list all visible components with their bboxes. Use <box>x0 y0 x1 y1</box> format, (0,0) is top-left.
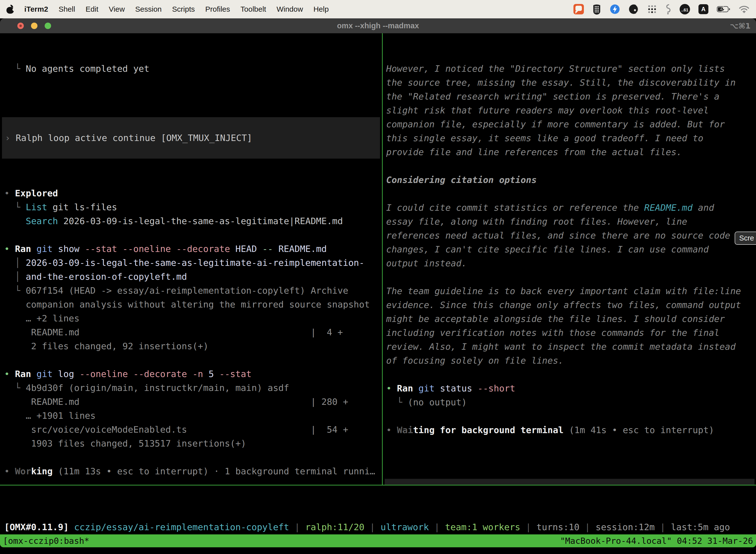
terminal-line: I could cite commit statistics or refere… <box>386 201 756 215</box>
terminal-line: provide file and line references from th… <box>386 145 756 159</box>
terminal-output: • Explored └ List git ls-files Search 20… <box>4 186 382 478</box>
tmux-session-label[interactable]: [omx-cczip0:bash* <box>3 536 89 546</box>
terminal-line <box>386 187 756 201</box>
grid-shield-icon[interactable] <box>592 4 601 15</box>
window-shortcut-hint: ⌥⌘1 <box>730 18 751 33</box>
battery-charging-icon[interactable] <box>717 6 730 13</box>
inject-text: Ralph loop active continue [OMX_TMUX_INJ… <box>16 131 252 145</box>
terminal-line <box>386 159 756 173</box>
keyboard-a-icon[interactable]: A <box>698 4 708 14</box>
iterm-window: omx --xhigh --madmax ⌥⌘1 └ No agents com… <box>0 18 756 547</box>
terminal-line: However, I noticed the "Directory Struct… <box>386 62 756 76</box>
title-bar[interactable]: omx --xhigh --madmax ⌥⌘1 <box>0 18 756 33</box>
terminal-line: slight risk that future readers may over… <box>386 104 756 117</box>
terminal-line: src/voice/voiceModeEnabled.ts | 54 + <box>4 423 382 437</box>
menu-item-toolbelt[interactable]: Toolbelt <box>241 5 266 13</box>
screen-share-pill[interactable]: Scre <box>735 232 756 245</box>
terminal-line: └ 4b9d30f (origin/main, instructkr/main,… <box>4 381 382 395</box>
terminal-line: Considering citation options <box>386 173 756 187</box>
menu-item-app[interactable]: iTerm2 <box>24 5 48 13</box>
terminal-output: However, I noticed the "Directory Struct… <box>386 62 756 437</box>
terminal-line: └ (no output) <box>386 395 756 409</box>
badge-61-icon[interactable]: ..61 <box>680 4 690 14</box>
chat-icon[interactable] <box>573 4 584 14</box>
terminal-line <box>4 228 382 242</box>
menu-item-profiles[interactable]: Profiles <box>205 5 230 13</box>
terminal-line: … +1901 lines <box>4 409 382 423</box>
verified-badge-icon[interactable] <box>610 4 620 14</box>
menu-item-scripts[interactable]: Scripts <box>172 5 195 13</box>
command-input-right[interactable]: › Improve documentation in @filename <box>385 479 755 485</box>
terminal-line: • Waiting for background terminal (1m 41… <box>386 423 756 437</box>
menu-item-window[interactable]: Window <box>276 5 303 13</box>
terminal-line: output instead. <box>386 257 756 270</box>
screen: iTerm2 Shell Edit View Session Scripts P… <box>0 0 756 554</box>
terminal-line <box>4 450 382 464</box>
zoom-button[interactable] <box>45 22 51 29</box>
menu-item-edit[interactable]: Edit <box>85 5 99 13</box>
dots-grid-icon[interactable] <box>647 4 657 14</box>
terminal-line: might be acceptable alongside the file l… <box>386 312 756 326</box>
prompt-chevron-icon: › <box>5 131 16 145</box>
omx-status-bar: [OMX#0.11.9] cczip/essay/ai-reimplementa… <box>0 486 756 535</box>
terminal-pane-left[interactable]: └ No agents completed yet › Ralph loop a… <box>0 33 382 485</box>
terminal-line <box>386 368 756 382</box>
terminal-line: 2 files changed, 92 insertions(+) <box>4 339 382 353</box>
terminal-line: README.md | 4 + <box>4 325 382 339</box>
terminal-line: • Ran git log --oneline --decorate -n 5 … <box>4 367 382 381</box>
terminal-line: changes, I can't cite specific file line… <box>386 242 756 257</box>
wifi-icon[interactable] <box>739 5 750 13</box>
terminal-line: Search 2026-03-09-is-legal-the-same-as-l… <box>4 214 382 228</box>
terminal-pane-right[interactable]: However, I noticed the "Directory Struct… <box>383 33 756 485</box>
terminal-line: 1903 files changed, 513517 insertions(+) <box>4 437 382 450</box>
menu-item-help[interactable]: Help <box>314 5 329 13</box>
terminal-line: The team guideline is to back every impo… <box>386 284 756 298</box>
terminal-line: │ 2026-03-09-is-legal-the-same-as-legiti… <box>4 256 382 270</box>
hook-icon[interactable] <box>665 4 671 15</box>
window-title: omx --xhigh --madmax <box>337 21 419 30</box>
terminal-line: including verification notes with those … <box>386 326 756 340</box>
menu-item-session[interactable]: Session <box>135 5 162 13</box>
terminal-line: • Working (11m 13s • esc to interrupt) ·… <box>4 464 382 478</box>
terminal-line: … +2 lines <box>4 312 382 325</box>
tmux-host-clock: "MacBook-Pro-44.local" 04:52 31-Mar-26 <box>560 536 753 546</box>
menu-item-view[interactable]: View <box>109 5 125 13</box>
apple-menu-icon[interactable] <box>6 5 14 14</box>
terminal-line: companion analysis without altering the … <box>4 297 382 312</box>
terminal-line: the "Related research writing" section i… <box>386 90 756 104</box>
terminal-line: evidence. Since this change only affects… <box>386 298 756 312</box>
tmux-status-bar: [omx-cczip0:bash* "MacBook-Pro-44.local"… <box>0 535 756 547</box>
traffic-lights <box>17 22 51 29</box>
terminal-line: README.md | 280 + <box>4 395 382 409</box>
terminal-line: references need actual files, and since … <box>386 229 756 242</box>
inject-banner[interactable]: › Ralph loop active continue [OMX_TMUX_I… <box>2 117 380 159</box>
terminal-line: essay file, along with finding root file… <box>386 215 756 229</box>
pie-circle-icon[interactable] <box>629 4 639 14</box>
terminal-line: [OMX#0.11.9] cczip/essay/ai-reimplementa… <box>4 520 756 534</box>
close-button[interactable] <box>17 22 24 29</box>
terminal-line: • Ran git show --stat --oneline --decora… <box>4 242 382 256</box>
terminal-line: this single essay, it seems like a good … <box>386 131 756 145</box>
terminal-line: companion file, especially if more comme… <box>386 117 756 131</box>
menu-item-shell[interactable]: Shell <box>59 5 75 13</box>
terminal-line <box>4 353 382 367</box>
terminal-line <box>386 270 756 284</box>
menu-bar: iTerm2 Shell Edit View Session Scripts P… <box>0 0 756 18</box>
terminal-line: of focusing solely on file lines. <box>386 354 756 368</box>
terminal-line: • Ran git status --short <box>386 382 756 395</box>
menu-bar-status-icons: ..61 A <box>573 4 750 15</box>
terminal-line: └ List git ls-files <box>4 200 382 214</box>
terminal-line: └ 067f154 (HEAD -> essay/ai-reimplementa… <box>4 284 382 297</box>
terminal-line: • Explored <box>4 186 382 200</box>
terminal-area: └ No agents completed yet › Ralph loop a… <box>0 33 756 485</box>
omx-status-line: [OMX#0.11.9] cczip/essay/ai-reimplementa… <box>4 520 756 534</box>
terminal-line: └ No agents completed yet <box>4 62 382 76</box>
terminal-line: review. Also, I might want to inspect th… <box>386 340 756 354</box>
terminal-output: └ No agents completed yet <box>4 62 382 76</box>
terminal-line: the source tree, missing the essay. Stil… <box>386 76 756 90</box>
terminal-line <box>386 409 756 423</box>
terminal-line: │ and-the-erosion-of-copyleft.md <box>4 270 382 284</box>
minimize-button[interactable] <box>31 22 38 29</box>
